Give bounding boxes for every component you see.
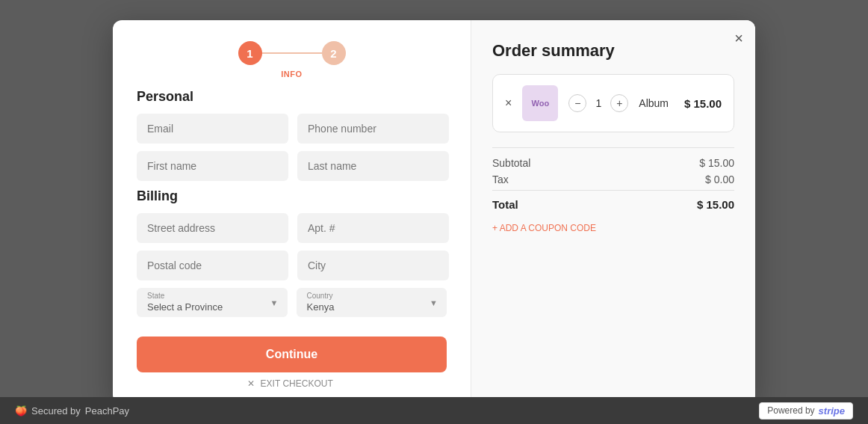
state-label: State xyxy=(147,292,164,300)
add-coupon-link[interactable]: + ADD A COUPON CODE xyxy=(492,223,596,233)
secured-by-text: Secured by xyxy=(31,405,81,417)
item-image: Woo xyxy=(522,85,558,121)
total-row: Total $ 15.00 xyxy=(492,190,734,211)
continue-button[interactable]: Continue xyxy=(137,337,447,372)
peachpay-icon: 🍑 xyxy=(15,405,27,417)
billing-section-title: Billing xyxy=(137,188,447,204)
close-button[interactable]: × xyxy=(734,31,743,46)
postal-input[interactable] xyxy=(137,251,288,280)
step-info-label: INFO xyxy=(137,70,447,79)
billing-row-1 xyxy=(137,213,447,243)
qty-value: 1 xyxy=(592,97,604,109)
exit-icon: ✕ xyxy=(247,378,255,389)
personal-section-title: Personal xyxy=(137,89,447,105)
subtotal-value: $ 15.00 xyxy=(699,157,734,169)
exit-checkout-label: EXIT CHECKOUT xyxy=(261,378,333,389)
country-select-wrapper: Country Kenya ▼ xyxy=(297,288,447,317)
stripe-logo: stripe xyxy=(819,405,845,417)
city-input[interactable] xyxy=(297,251,449,280)
apt-input[interactable] xyxy=(297,213,449,243)
quantity-control: − 1 + xyxy=(568,94,628,112)
tax-value: $ 0.00 xyxy=(705,173,734,185)
state-select-wrapper: State Select a Province ▼ xyxy=(137,288,288,317)
tax-label: Tax xyxy=(492,173,509,185)
item-remove-button[interactable]: × xyxy=(505,96,512,110)
item-price: $ 15.00 xyxy=(684,97,722,110)
secured-by-label: 🍑 Secured by PeachPay xyxy=(15,405,129,417)
step-line xyxy=(262,52,322,54)
firstname-input[interactable] xyxy=(137,151,288,181)
lastname-input[interactable] xyxy=(297,151,449,181)
billing-row-2 xyxy=(137,251,447,280)
tax-row: Tax $ 0.00 xyxy=(492,173,734,185)
modal-overlay: × 1 2 INFO Personal Billing xyxy=(0,0,868,424)
step-1-circle: 1 xyxy=(238,41,262,65)
personal-row-2 xyxy=(137,151,447,181)
checkout-modal: × 1 2 INFO Personal Billing xyxy=(113,20,755,404)
street-input[interactable] xyxy=(137,213,288,243)
step-indicator: 1 2 xyxy=(137,41,447,65)
step-2-circle: 2 xyxy=(322,41,346,65)
order-breakdown: Subtotal $ 15.00 Tax $ 0.00 Total $ 15.0… xyxy=(492,147,734,234)
total-label: Total xyxy=(492,198,518,211)
order-item-card: × Woo − 1 + Album $ 15.00 xyxy=(492,74,734,132)
personal-row-1 xyxy=(137,114,447,144)
exit-checkout-button[interactable]: ✕ EXIT CHECKOUT xyxy=(137,378,447,389)
qty-increase-button[interactable]: + xyxy=(610,94,628,112)
country-label: Country xyxy=(307,292,333,300)
order-summary-panel: Order summary × Woo − 1 + Album $ 15.00 … xyxy=(471,20,755,404)
checkout-form-panel: 1 2 INFO Personal Billing xyxy=(113,20,471,404)
subtotal-row: Subtotal $ 15.00 xyxy=(492,157,734,169)
phone-input[interactable] xyxy=(297,114,449,144)
subtotal-label: Subtotal xyxy=(492,157,530,169)
peachpay-name: PeachPay xyxy=(85,405,129,417)
order-summary-title: Order summary xyxy=(492,41,734,61)
total-value: $ 15.00 xyxy=(697,198,734,211)
powered-by-text: Powered by xyxy=(767,405,814,416)
billing-row-3: State Select a Province ▼ Country Kenya … xyxy=(137,288,447,317)
email-input[interactable] xyxy=(137,114,288,144)
powered-by-stripe-badge: Powered by stripe xyxy=(759,402,853,420)
item-name: Album xyxy=(639,97,674,109)
bottom-bar: 🍑 Secured by PeachPay Powered by stripe xyxy=(0,397,868,424)
qty-decrease-button[interactable]: − xyxy=(568,94,586,112)
